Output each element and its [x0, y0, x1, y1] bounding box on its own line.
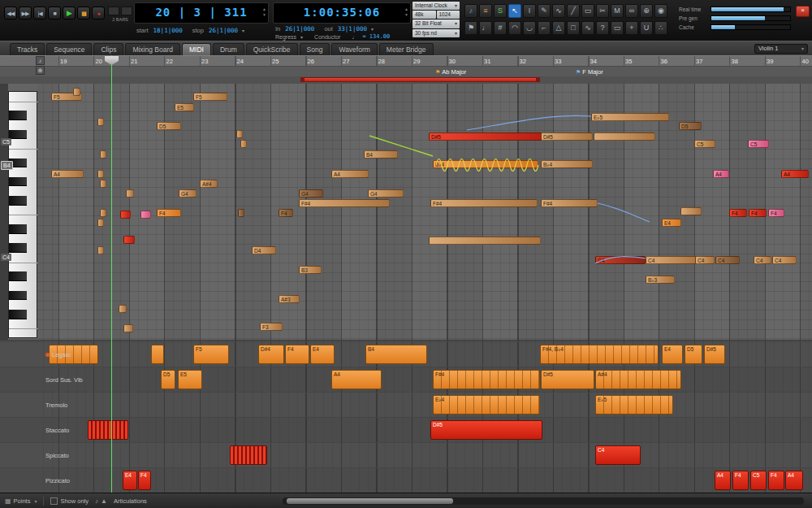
scrub-tool-icon[interactable]: ◉	[654, 4, 667, 18]
tab-song[interactable]: Song	[300, 43, 330, 55]
tempo-field[interactable]: ♩ = 134.00	[352, 33, 390, 40]
stop-button[interactable]: ■	[48, 7, 61, 20]
spinner-down-icon[interactable]: ▼	[262, 12, 266, 18]
lane-label[interactable]: Pizzicato	[45, 477, 70, 484]
ruler-track[interactable]: 1920212223242526272829303132333435363738…	[37, 56, 812, 66]
measure-ruler[interactable]: 1920212223242526272829303132333435363738…	[0, 55, 812, 66]
lane-label[interactable]: Spiccato	[45, 452, 69, 459]
articulation-block[interactable]: F#4	[433, 370, 540, 389]
midi-note[interactable]: C4	[754, 256, 771, 264]
insert-note-icon[interactable]: ♪	[36, 56, 45, 65]
midi-note[interactable]: F4	[768, 209, 784, 217]
articulation-block[interactable]: D#5	[541, 370, 594, 389]
articulation-filter-icon[interactable]: ▲	[101, 497, 107, 505]
step-icon[interactable]: ⌐	[538, 21, 551, 35]
scissors-tool-icon[interactable]: ✂	[596, 4, 609, 18]
midi-note[interactable]	[120, 211, 131, 219]
black-key[interactable]	[9, 310, 27, 319]
lane-label[interactable]: Tremolo	[45, 402, 67, 409]
articulation-block[interactable]: E♭5	[595, 395, 673, 415]
stop-field[interactable]: stop 26|1|000 ▾	[192, 27, 244, 34]
tempo-icon[interactable]: ♩	[479, 21, 492, 35]
midi-note[interactable]: A4	[331, 170, 369, 178]
articulation-block[interactable]: B4	[365, 345, 427, 364]
tab-mixing-board[interactable]: Mixing Board	[125, 43, 180, 55]
midi-note[interactable]	[240, 140, 247, 148]
magnet-icon[interactable]: U	[640, 21, 653, 35]
black-key[interactable]	[9, 196, 27, 206]
zoom-icon[interactable]: ⊕	[36, 66, 45, 75]
key-signature-marker[interactable]: ⚑Ab Major	[435, 67, 466, 76]
midi-note[interactable]: C5	[694, 140, 715, 148]
tab-drum[interactable]: Drum	[213, 43, 244, 55]
curve-up-icon[interactable]: ◠	[508, 21, 521, 35]
black-key[interactable]	[9, 224, 27, 234]
out-field[interactable]: out 33|1|000 ▾	[324, 25, 374, 33]
lane-label[interactable]: Staccato	[45, 427, 69, 434]
articulation-block[interactable]: A#4	[595, 370, 681, 389]
articulation-block[interactable]: E4	[123, 471, 137, 490]
counter-spinner[interactable]: ▲ ▼	[262, 7, 266, 18]
midi-note[interactable]: A4	[713, 170, 729, 178]
articulation-block[interactable]: C5	[750, 471, 767, 490]
midi-note[interactable]	[123, 236, 135, 244]
midi-note[interactable]: G4	[299, 189, 323, 198]
stop-value[interactable]: 26|1|000	[209, 27, 238, 34]
regress-selector[interactable]: Regress ▾	[275, 33, 303, 40]
stop-dropdown-icon[interactable]: ▾	[242, 28, 244, 33]
tempo-value[interactable]: = 134.00	[362, 33, 390, 40]
midi-note[interactable]: E5	[175, 103, 194, 111]
tab-waveform[interactable]: Waveform	[331, 43, 377, 55]
timecode-spinner[interactable]: ▲ ▼	[404, 7, 408, 18]
points-selector[interactable]: ▦ Points ▾	[5, 497, 37, 505]
midi-note[interactable]: C5	[748, 140, 769, 148]
memory-controls[interactable]: 2 BARS	[108, 7, 132, 22]
midi-note[interactable]: A4	[51, 170, 84, 178]
articulation-block[interactable]: D5	[161, 370, 175, 389]
bit-depth-selector[interactable]: 32 Bit Float ▾	[412, 20, 460, 28]
midi-note[interactable]: D5	[157, 122, 181, 130]
articulation-block[interactable]: F4	[138, 471, 151, 490]
articulation-block[interactable]: E♭4	[433, 395, 540, 415]
midi-note[interactable]: F4	[157, 209, 181, 217]
midi-note[interactable]: E4	[662, 219, 681, 227]
midi-note[interactable]: F#4	[541, 199, 598, 207]
articulation-block[interactable]: E4	[662, 345, 683, 364]
spinner-up-icon[interactable]: ▲	[262, 7, 266, 12]
spinner-up-icon[interactable]: ▲	[404, 7, 408, 12]
midi-note[interactable]: C4	[772, 256, 797, 264]
in-field[interactable]: In 26|1|000	[275, 25, 314, 33]
tab-tracks[interactable]: Tracks	[10, 43, 45, 55]
midi-note[interactable]: B♭4	[541, 160, 593, 168]
tab-midi[interactable]: MIDI	[182, 43, 211, 55]
black-key[interactable]	[9, 243, 27, 253]
lane-label[interactable]: Legato	[45, 351, 71, 358]
memory-play-icon[interactable]	[108, 7, 119, 15]
marker-strip[interactable]: ⚑Ab Major⚑F Major	[0, 66, 812, 76]
pause-button[interactable]: ▮▮	[77, 7, 90, 20]
midi-note[interactable]: C4	[595, 256, 646, 264]
articulation-block[interactable]: F#4, B♭4	[540, 345, 659, 364]
black-key[interactable]	[9, 177, 27, 187]
midi-note[interactable]	[236, 130, 243, 138]
curve-down-icon[interactable]: ◡	[523, 21, 536, 35]
note-canvas[interactable]: F5F5E5D5E♭5D5D#5D#5C5C5B4B♭4B♭4A4A4A4A4A…	[0, 84, 812, 340]
clock-source-selector[interactable]: Internal Clock ▾	[412, 2, 460, 10]
midi-note[interactable]: D4	[252, 246, 276, 254]
black-key[interactable]	[9, 111, 27, 120]
frame-rate-selector[interactable]: 30 fps nd ▾	[412, 29, 460, 37]
spray-icon[interactable]: ∴	[654, 21, 667, 35]
selection-bar[interactable]	[300, 77, 540, 82]
midi-note[interactable]: A#4	[200, 180, 218, 188]
midi-note[interactable]	[100, 150, 106, 158]
midi-note[interactable]: C4	[715, 256, 740, 264]
midi-note[interactable]: A#3	[279, 295, 300, 303]
articulation-block[interactable]	[230, 445, 267, 465]
midi-note[interactable]: C4	[695, 256, 715, 264]
articulation-block[interactable]: A4	[785, 471, 803, 490]
articulation-block[interactable]	[151, 345, 164, 364]
black-key[interactable]	[9, 130, 27, 140]
midi-note[interactable]: A4	[781, 170, 809, 178]
articulation-block[interactable]: F4	[285, 345, 309, 364]
show-only-toggle[interactable]: Show only	[50, 497, 89, 505]
